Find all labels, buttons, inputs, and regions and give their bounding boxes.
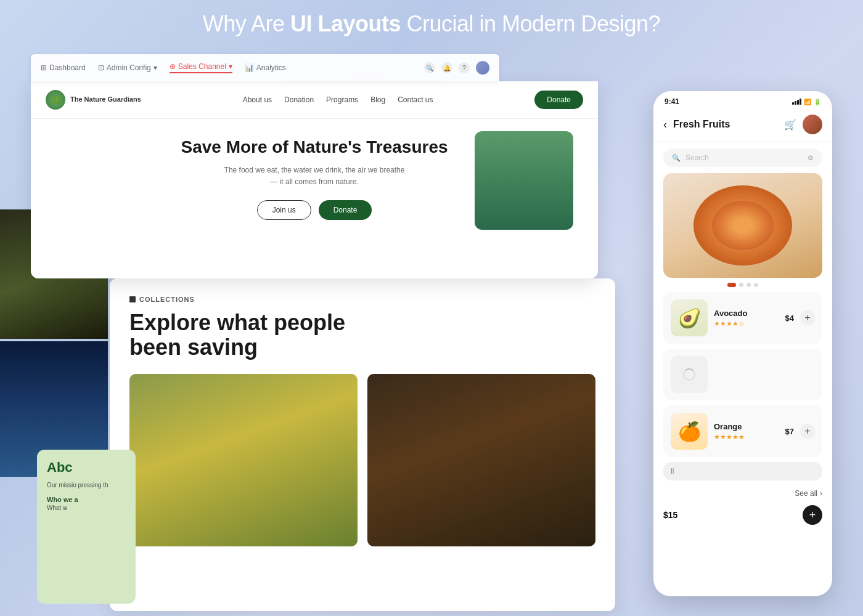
app-title: Fresh Fruits xyxy=(673,119,778,130)
orange-image: 🍊 xyxy=(671,413,708,450)
search-button[interactable]: 🔍 xyxy=(424,62,435,73)
melon-inner xyxy=(712,201,774,250)
hero-text: The food we eat, the water we drink, the… xyxy=(222,164,407,188)
orange-price: $7 xyxy=(785,427,794,436)
chevron-down-icon-sales: ▾ xyxy=(229,62,232,71)
orange-info: Orange ★★★★★ xyxy=(714,422,779,441)
about-text1: Our missio pressing th xyxy=(47,480,126,490)
status-time: 9:41 xyxy=(665,97,679,106)
hero-image xyxy=(475,131,573,230)
avocado-name: Avocado xyxy=(714,309,779,318)
loading-label: ll xyxy=(671,467,674,476)
nav-blog[interactable]: Blog xyxy=(370,95,385,104)
bottom-add-button[interactable]: + xyxy=(803,505,822,525)
loading-card-2: ll xyxy=(663,462,822,480)
about-text2: What w xyxy=(47,503,126,513)
avocado-stars: ★★★★☆ xyxy=(714,320,779,328)
dot-1[interactable] xyxy=(727,283,736,287)
tag-icon xyxy=(129,296,136,302)
avocado-info: Avocado ★★★★☆ xyxy=(714,309,779,328)
config-icon: ⊡ xyxy=(98,63,104,72)
nav-analytics[interactable]: 📊 Analytics xyxy=(245,63,286,72)
help-button[interactable]: ? xyxy=(459,62,470,73)
user-avatar[interactable] xyxy=(476,61,489,75)
see-all-row: See all › xyxy=(653,485,832,501)
cart-icon[interactable]: 🛒 xyxy=(784,119,796,131)
status-icons: 📶 🔋 xyxy=(792,99,821,105)
dot-3[interactable] xyxy=(746,283,751,287)
orange-stars: ★★★★★ xyxy=(714,433,779,441)
grid-icon: ⊞ xyxy=(41,63,47,72)
search-icon: 🔍 xyxy=(672,154,681,162)
orange-name: Orange xyxy=(714,422,779,431)
melon-visual xyxy=(693,185,792,265)
chevron-down-icon: ▾ xyxy=(153,63,157,72)
collections-title: Explore what people been saving xyxy=(129,310,595,359)
nature-nav-links: About us Donation Programs Blog Contact … xyxy=(160,95,516,104)
nature-navbar: 🌿 The Nature Guardians About us Donation… xyxy=(31,81,598,119)
add-avocado-button[interactable]: + xyxy=(800,310,815,325)
loading-spinner xyxy=(683,368,695,381)
nature-logo: 🌿 The Nature Guardians xyxy=(46,90,141,110)
back-button[interactable]: ‹ xyxy=(663,118,667,131)
nav-sales-channel[interactable]: ⊕ Sales Channel ▾ xyxy=(170,62,232,73)
tag-label: COLLECTIONS xyxy=(139,296,195,303)
sofa-image xyxy=(129,374,358,546)
add-orange-button[interactable]: + xyxy=(800,424,815,439)
orange-card: 🍊 Orange ★★★★★ $7 + xyxy=(663,405,822,457)
about-heading: Abc xyxy=(47,460,126,476)
nav-contact[interactable]: Contact us xyxy=(398,95,433,104)
nav-dashboard[interactable]: ⊞ Dashboard xyxy=(41,63,86,72)
signal-icon xyxy=(792,99,801,105)
join-button[interactable]: Join us xyxy=(257,200,311,220)
avocado-price: $4 xyxy=(785,314,794,323)
sales-icon: ⊕ xyxy=(170,62,176,71)
search-bar[interactable]: 🔍 Search ⚙ xyxy=(663,148,822,167)
dot-4[interactable] xyxy=(754,283,758,287)
bottom-actions: $15 + xyxy=(663,501,822,529)
mobile-header: ‹ Fresh Fruits 🛒 xyxy=(653,110,832,142)
nav-donation[interactable]: Donation xyxy=(284,95,314,104)
nav-admin-config[interactable]: ⊡ Admin Config ▾ xyxy=(98,63,157,72)
battery-icon: 🔋 xyxy=(814,99,821,105)
notification-button[interactable]: 🔔 xyxy=(441,62,452,73)
bottom-price: $15 xyxy=(663,510,677,520)
dot-2[interactable] xyxy=(739,283,743,287)
nav-programs[interactable]: Programs xyxy=(326,95,358,104)
about-heading2: Who we a xyxy=(47,496,126,503)
page-title: Why Are UI Layouts Crucial in Modern Des… xyxy=(0,11,863,37)
loading-image xyxy=(671,356,708,393)
chair-item xyxy=(367,374,595,546)
user-avatar-mobile[interactable] xyxy=(803,115,822,134)
nature-hero: Save More of Nature's Treasures The food… xyxy=(31,119,598,276)
analytics-icon: 📊 xyxy=(245,63,254,72)
collections-section: COLLECTIONS Explore what people been sav… xyxy=(110,278,615,611)
logo-icon: 🌿 xyxy=(46,90,65,110)
hero-placeholder xyxy=(475,131,573,230)
fruit-hero-image xyxy=(663,173,822,278)
admin-navbar: ⊞ Dashboard ⊡ Admin Config ▾ ⊕ Sales Cha… xyxy=(31,54,499,81)
mobile-app: 9:41 📶 🔋 ‹ Fresh Fruits 🛒 🔍 Search ⚙ xyxy=(653,91,832,596)
filter-icon[interactable]: ⚙ xyxy=(808,154,814,162)
nav-about[interactable]: About us xyxy=(243,95,272,104)
see-all-text[interactable]: See all xyxy=(795,489,817,498)
nature-site-preview: 🌿 The Nature Guardians About us Donation… xyxy=(31,81,598,278)
donate-nav-button[interactable]: Donate xyxy=(534,91,583,109)
wifi-icon: 📶 xyxy=(804,99,811,105)
collections-grid xyxy=(129,374,595,546)
sofa-item xyxy=(129,374,358,546)
avocado-image: 🥑 xyxy=(671,299,708,336)
hero-donate-button[interactable]: Donate xyxy=(319,200,372,220)
avocado-card: 🥑 Avocado ★★★★☆ $4 + xyxy=(663,292,822,344)
search-placeholder: Search xyxy=(685,153,803,162)
chair-image xyxy=(367,374,595,546)
chevron-right-icon: › xyxy=(820,489,822,498)
about-card: Abc Our missio pressing th Who we a What… xyxy=(37,450,136,604)
status-bar: 9:41 📶 🔋 xyxy=(653,91,832,110)
collections-tag: COLLECTIONS xyxy=(129,296,595,303)
carousel-dots xyxy=(653,283,832,287)
loading-card xyxy=(663,349,822,400)
